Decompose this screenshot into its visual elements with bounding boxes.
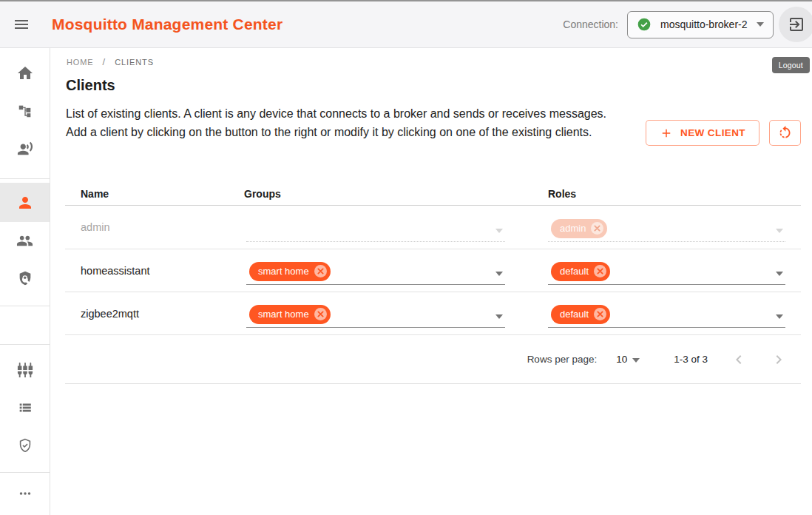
clients-table: Name Groups Roles admin admin [65, 183, 801, 384]
chip-label: admin [560, 223, 586, 234]
new-client-button[interactable]: NEW CLIENT [646, 120, 759, 146]
chip-label: smart home [258, 266, 309, 277]
rows-per-page-label: Rows per page: [527, 354, 598, 365]
groups-select [246, 215, 505, 242]
table-row[interactable]: zigbee2mqtt smart home [65, 292, 801, 335]
exit-to-app-icon [788, 16, 805, 33]
sidebar-divider [0, 472, 50, 473]
breadcrumb: HOME / CLIENTS [67, 56, 154, 67]
next-page-button [770, 351, 788, 368]
sidebar-item-more[interactable] [0, 474, 50, 513]
sidebar-item-topology[interactable] [0, 92, 50, 130]
client-name: admin [81, 206, 244, 249]
chevron-down-icon [757, 22, 764, 27]
chevron-down-icon [495, 229, 503, 233]
list-icon [17, 400, 33, 416]
person-icon [16, 194, 34, 212]
input-component-icon [17, 362, 33, 378]
plus-icon [660, 127, 673, 140]
groups-select[interactable]: smart home [246, 258, 505, 285]
page-title: Clients [66, 77, 115, 94]
chip-delete-icon[interactable] [594, 308, 606, 320]
menu-icon[interactable] [10, 13, 33, 36]
breadcrumb-current: CLIENTS [115, 58, 154, 67]
rotate-left-icon [777, 125, 793, 141]
page-description: List of existing clients. A client is an… [66, 104, 607, 141]
sidebar-item-groups[interactable] [0, 221, 50, 260]
chip-label: smart home [258, 309, 309, 320]
people-icon [16, 232, 33, 249]
client-name: homeassistant [81, 249, 244, 292]
chevron-down-icon [776, 314, 783, 319]
verified-user-icon [17, 437, 33, 454]
app-bar-right: Connection: mosquitto-broker-2 [563, 7, 812, 42]
sidebar-item-home[interactable] [0, 54, 50, 92]
group-chip: smart home [249, 262, 331, 281]
main-content: HOME / CLIENTS Clients List of existing … [51, 48, 812, 515]
table-pagination: Rows per page: 10 1-3 of 3 [65, 335, 801, 384]
rows-per-page-value[interactable]: 10 [616, 354, 627, 365]
sidebar-item-list[interactable] [0, 388, 50, 427]
group-chip: smart home [249, 305, 331, 324]
topology-icon [17, 103, 33, 119]
table-row[interactable]: homeassistant smart home [65, 249, 801, 292]
chip-delete-icon [591, 222, 603, 235]
policy-icon [17, 270, 33, 286]
logout-button[interactable] [779, 7, 812, 42]
chip-label: default [560, 309, 589, 320]
home-icon [16, 64, 34, 82]
chip-delete-icon[interactable] [314, 265, 327, 277]
chevron-down-icon [495, 314, 503, 319]
sidebar-item-roles[interactable] [0, 259, 50, 297]
sidebar-item-settings-input[interactable] [0, 351, 50, 389]
client-name: zigbee2mqtt [81, 292, 244, 334]
groups-select[interactable]: smart home [246, 301, 505, 328]
connection-select[interactable]: mosquitto-broker-2 [627, 11, 774, 38]
roles-select[interactable]: default [548, 301, 785, 328]
column-header-roles: Roles [548, 188, 801, 200]
sidebar-divider [0, 344, 50, 345]
column-header-groups: Groups [244, 188, 548, 200]
pagination-range: 1-3 of 3 [674, 354, 708, 365]
connection-label: Connection: [563, 18, 618, 30]
roles-select: admin [548, 215, 785, 242]
table-row[interactable]: admin admin [65, 206, 801, 249]
logout-tooltip: Logout [772, 57, 810, 73]
table-header: Name Groups Roles [65, 183, 801, 206]
chevron-down-icon [776, 229, 783, 233]
chevron-down-icon [776, 272, 783, 276]
connection-value: mosquitto-broker-2 [660, 18, 748, 30]
role-chip: admin [551, 219, 607, 238]
chevron-down-icon[interactable] [632, 358, 640, 363]
page-actions: NEW CLIENT [646, 120, 801, 146]
sidebar-divider [0, 178, 50, 179]
sidebar-item-record-voice[interactable] [0, 129, 50, 168]
sidebar-item-clients[interactable] [0, 183, 50, 222]
record-voice-icon [17, 141, 33, 157]
sidebar [0, 48, 50, 515]
check-circle-icon [637, 17, 652, 32]
chip-delete-icon[interactable] [314, 308, 327, 320]
chip-label: default [560, 266, 589, 277]
column-header-name: Name [81, 188, 244, 200]
chevron-down-icon [495, 272, 503, 276]
previous-page-button [730, 351, 748, 368]
sidebar-item-security[interactable] [0, 426, 50, 465]
app-title: Mosquitto Management Center [52, 16, 282, 33]
breadcrumb-home-link[interactable]: HOME [67, 58, 94, 67]
refresh-button[interactable] [769, 120, 801, 146]
sidebar-divider [0, 306, 50, 306]
chip-delete-icon[interactable] [594, 265, 606, 277]
more-horiz-icon [17, 485, 33, 502]
role-chip: default [551, 305, 610, 324]
role-chip: default [551, 262, 610, 281]
breadcrumb-separator: / [103, 56, 106, 67]
roles-select[interactable]: default [548, 258, 785, 285]
app-bar: Mosquitto Management Center Connection: … [0, 1, 812, 48]
mosquitto-management-center-window: Mosquitto Management Center Connection: … [0, 0, 812, 515]
